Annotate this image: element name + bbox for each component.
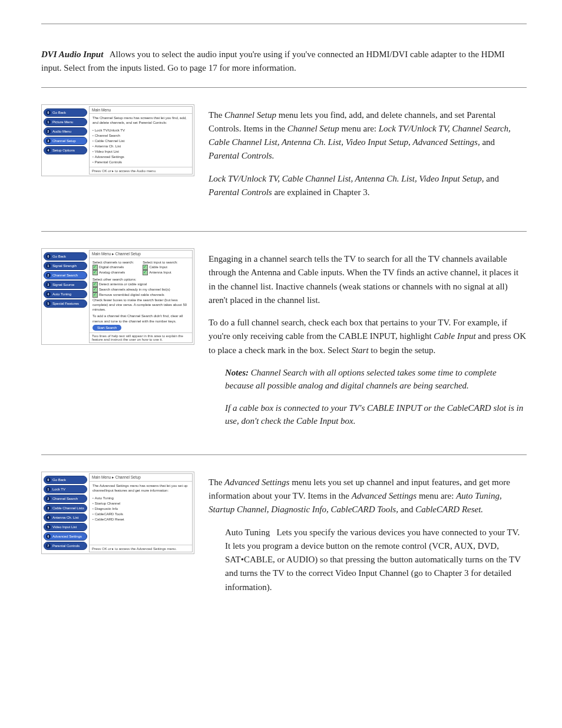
fig2-note: Check fewer boxes to make the search fas… bbox=[92, 298, 189, 312]
fig3-foot: Press OK or ▸ to access the Advanced Set… bbox=[90, 545, 192, 552]
pill: 3Cable Channel Lists bbox=[44, 504, 87, 512]
fig3-item: Startup Channel bbox=[92, 501, 189, 506]
fig3-sidebar: 0Go Back 1Lock TV 2Channel Search 3Cable… bbox=[42, 472, 89, 554]
channel-setup-p1: The Channel Setup menu lets you find, ad… bbox=[209, 108, 527, 163]
fig2-sidebar: 0Go Back 1Signal Strength 2Channel Searc… bbox=[42, 249, 89, 344]
fig1-sidebar: 0Go Back 1Picture Menu 2Audio Menu 3Chan… bbox=[42, 105, 89, 176]
search-note2: If a cable box is connected to your TV's… bbox=[225, 401, 527, 428]
fig-channel-setup: 0Go Back 1Picture Menu 2Audio Menu 3Chan… bbox=[41, 104, 194, 177]
fig3-desc: The Advanced Settings menu has screens t… bbox=[92, 483, 189, 493]
fig2-add-note: To add a channel that Channel Search did… bbox=[92, 314, 189, 323]
pill: 5Video Input List bbox=[44, 523, 87, 531]
search-p2: To do a full channel search, check each … bbox=[209, 316, 527, 357]
channel-search-row: 0Go Back 1Signal Strength 2Channel Searc… bbox=[41, 243, 527, 437]
pill: 7Parental Controls bbox=[44, 542, 87, 550]
fig3-title: Main Menu ▸ Channel Setup bbox=[90, 474, 192, 482]
dvi-label: DVI Audio Input bbox=[41, 50, 103, 59]
fig2-other-h: Select other search options: bbox=[92, 277, 189, 282]
channel-setup-row: 0Go Back 1Picture Menu 2Audio Menu 3Chan… bbox=[41, 100, 527, 208]
pill: 2Channel Search bbox=[44, 271, 87, 279]
pill: 6Advanced Settings bbox=[44, 532, 87, 541]
fig1-item: Video Input List bbox=[92, 149, 189, 154]
fig2-foot: Two lines of help text will appear in th… bbox=[90, 332, 192, 342]
fig-channel-search: 0Go Back 1Signal Strength 2Channel Searc… bbox=[41, 248, 194, 345]
fig1-item: Cable Channel List bbox=[92, 139, 189, 143]
pill-audio-menu: 2Audio Menu bbox=[44, 127, 87, 136]
auto-tuning-label: Auto Tuning bbox=[225, 528, 270, 537]
checkbox-icon bbox=[143, 270, 148, 275]
fig2-rcol-h: Select input to search: bbox=[143, 260, 189, 265]
pill-channel-setup: 3Channel Setup bbox=[44, 137, 87, 145]
search-note1: Notes: Channel Search with all options s… bbox=[225, 366, 527, 393]
pill: 2Channel Search bbox=[44, 495, 87, 503]
fig3-item: Auto Tuning bbox=[92, 496, 189, 500]
search-p1: Engaging in a channel search tells the T… bbox=[209, 252, 527, 307]
advanced-p1: The Advanced Settings menu lets you set … bbox=[209, 476, 527, 517]
dvi-paragraph: DVI Audio Input Allows you to select the… bbox=[41, 48, 527, 75]
pill: 4Auto Tuning bbox=[44, 290, 87, 298]
pill: 4Antenna Ch. List bbox=[44, 513, 87, 522]
advanced-row: 0Go Back 1Lock TV 2Channel Search 3Cable… bbox=[41, 467, 527, 603]
fig1-title: Main Menu bbox=[90, 107, 192, 114]
pill: 5Special Features bbox=[44, 299, 87, 308]
fig3-item: CableCARD Tools bbox=[92, 512, 189, 516]
fig3-item: CableCARD Reset bbox=[92, 517, 189, 522]
start-search-button: Start Search bbox=[92, 325, 121, 331]
pill-picture-menu: 1Picture Menu bbox=[44, 118, 87, 126]
fig-advanced: 0Go Back 1Lock TV 2Channel Search 3Cable… bbox=[41, 472, 194, 554]
checkbox-icon bbox=[92, 292, 98, 298]
auto-tuning-text: Lets you specify the various devices you… bbox=[225, 528, 521, 592]
pill: 0Go Back bbox=[44, 252, 87, 261]
pill-go-back: 0Go Back bbox=[44, 108, 87, 117]
fig2-title: Main Menu ▸ Channel Setup bbox=[90, 251, 192, 258]
fig1-item: Lock TV/Unlock TV bbox=[92, 128, 189, 133]
fig1-item: Parental Controls bbox=[92, 160, 189, 164]
fig1-desc: The Channel Setup menu has screens that … bbox=[92, 116, 189, 125]
pill: 1Lock TV bbox=[44, 485, 87, 493]
dvi-text: Allows you to select the audio input you… bbox=[41, 50, 505, 73]
fig2-lcol-h: Select channels to search: bbox=[92, 260, 139, 265]
pill: 1Signal Strength bbox=[44, 262, 87, 270]
fig1-item: Channel Search bbox=[92, 133, 189, 138]
fig1-item: Antenna Ch. List bbox=[92, 144, 189, 149]
channel-setup-p2: Lock TV/Unlock TV, Cable Channel List, A… bbox=[209, 172, 527, 200]
fig1-foot: Press OK or ▸ to access the Audio menu. bbox=[90, 167, 192, 174]
pill: 3Signal Source bbox=[44, 281, 87, 289]
pill-setup-options: 4Setup Options bbox=[44, 146, 87, 154]
fig1-item: Advanced Settings bbox=[92, 154, 189, 159]
fig3-item: Diagnostic Info bbox=[92, 506, 189, 511]
pill: 0Go Back bbox=[44, 476, 87, 484]
checkbox-icon bbox=[92, 270, 98, 275]
auto-tuning-block: Auto Tuning Lets you specify the various… bbox=[225, 526, 527, 594]
